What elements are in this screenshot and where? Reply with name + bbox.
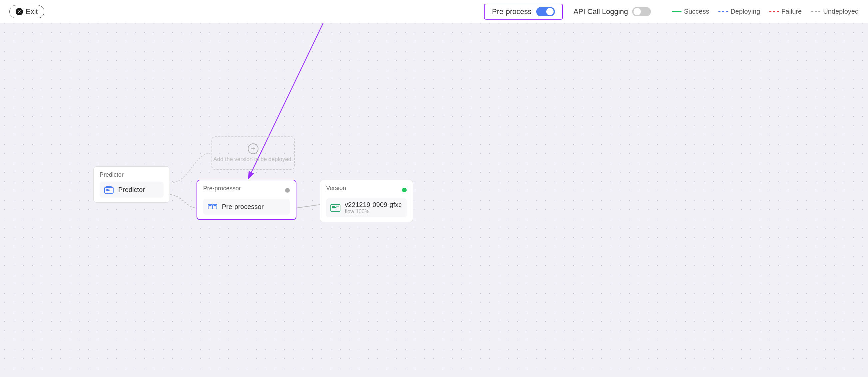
predictor-body: Predictor [100,182,163,198]
version-status-dot [402,188,407,192]
api-logging-label: API Call Logging [574,7,628,16]
preprocessor-status-dot [285,188,290,193]
exit-icon: ✕ [16,8,23,15]
predictor-to-preprocessor-connector [170,195,196,208]
svg-rect-3 [106,186,112,188]
add-version-text: Add the version to be deployed. [213,156,293,163]
api-logging-box: API Call Logging [574,7,651,16]
legend-failure: Failure [769,8,802,15]
legend-success: Success [672,8,709,15]
svg-rect-11 [214,205,216,206]
preprocess-label: Pre-process [492,7,532,16]
svg-rect-12 [209,207,212,207]
legend-deploying: Deploying [718,8,760,15]
preprocess-toggle[interactable] [536,7,555,16]
predictor-node[interactable]: Predictor Predictor [93,166,170,203]
preprocess-toggle-box: Pre-process [484,4,563,20]
add-version-plus-icon: + [248,143,258,154]
version-node[interactable]: Version v221219-0909-gfxc flow 100% [320,180,413,222]
legend: Success Deploying Failure Undeployed [672,8,859,15]
preprocessor-header: Pre-processor [203,185,290,195]
version-name: v221219-0909-gfxc [345,201,402,209]
legend-deploying-label: Deploying [731,8,760,15]
svg-rect-16 [332,207,336,208]
preprocessor-name: Pre-processor [222,203,264,211]
svg-rect-4 [106,189,108,190]
svg-rect-10 [209,205,212,206]
legend-undeployed: Undeployed [811,8,859,15]
version-icon [330,203,341,213]
preprocessor-icon [207,201,218,212]
legend-failure-label: Failure [781,8,802,15]
svg-rect-15 [332,206,335,207]
version-body: v221219-0909-gfxc flow 100% [326,198,407,217]
preprocessor-body: Pre-processor [203,199,290,215]
add-version-node[interactable]: + Add the version to be deployed. [212,136,295,170]
topbar: ✕ Exit Pre-process API Call Logging Succ… [0,0,868,23]
predictor-icon [103,184,114,195]
predictor-to-addversion-connector [170,153,212,183]
predictor-name: Predictor [118,186,145,194]
version-header: Version [326,185,407,195]
version-sub: flow 100% [345,209,402,215]
svg-rect-6 [106,192,108,192]
svg-rect-18 [336,206,339,207]
exit-button[interactable]: ✕ Exit [9,5,44,18]
exit-label: Exit [26,7,38,16]
predictor-title: Predictor [100,171,163,178]
api-logging-toggle[interactable] [632,7,651,16]
svg-rect-17 [332,208,335,209]
legend-undeployed-label: Undeployed [823,8,859,15]
canvas: Predictor Predictor + Add the version to… [0,23,868,377]
preprocessor-node[interactable]: Pre-processor Pre-processor [196,180,297,220]
preprocessor-title: Pre-processor [203,185,241,192]
svg-rect-13 [214,207,216,207]
svg-rect-5 [106,190,110,191]
preprocessor-to-version-connector [297,205,320,208]
version-info: v221219-0909-gfxc flow 100% [345,201,402,215]
legend-success-label: Success [684,8,709,15]
version-title: Version [326,185,346,192]
